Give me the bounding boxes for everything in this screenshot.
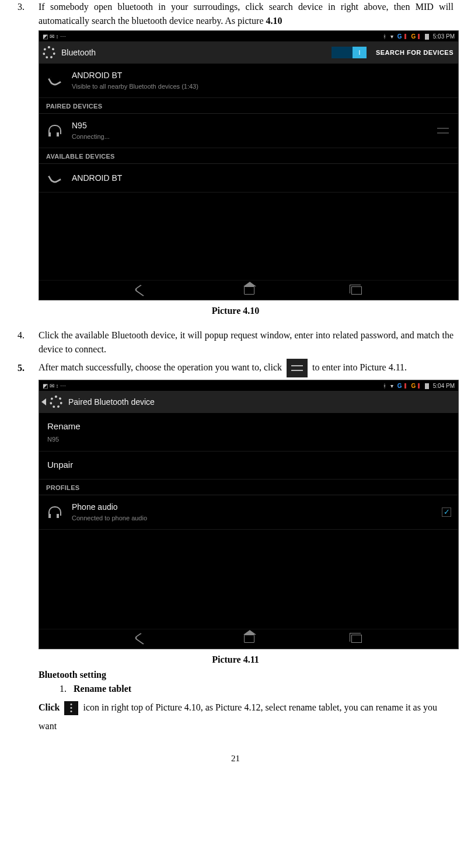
signal-g1-icon: G [397, 33, 402, 40]
actionbar-title: Paired Bluetooth device [68, 396, 155, 408]
rename-label: Rename [47, 421, 81, 431]
profiles-header: PROFILES [39, 480, 458, 496]
available-device-texts: ANDROID BT [72, 172, 451, 184]
signal-g2-icon: G [411, 33, 416, 40]
profile-name: Phone audio [72, 501, 442, 513]
caption-4-11: Picture 4.11 [18, 653, 453, 667]
page-number: 21 [18, 752, 453, 765]
item3-text: If somebody open bluetooth in your surro… [39, 0, 453, 28]
settings-icon[interactable] [43, 46, 55, 59]
status-time: 5:03 PM [433, 33, 455, 40]
profile-row[interactable]: Phone audio Connected to phone audio ✓ [39, 495, 458, 530]
rename-sub: N95 [47, 435, 450, 444]
item3-number: 3. [18, 0, 39, 28]
item5-number: 5. [18, 361, 39, 375]
search-devices-button[interactable]: SEARCH FOR DEVICES [376, 48, 453, 58]
list-item-4: 4. Click the available Bluetooth device,… [18, 328, 453, 356]
unpair-row[interactable]: Unpair [39, 452, 458, 480]
back-icon[interactable] [41, 398, 46, 405]
nav-bar [39, 280, 458, 300]
headset-icon [46, 504, 62, 520]
screenshot-4-10: ◩ ✉ ↕ ⋯ ᚼ ▾ G G 5:03 PM Bluetooth I SEAR… [39, 30, 459, 300]
phone-icon [46, 170, 62, 186]
profile-texts: Phone audio Connected to phone audio [72, 501, 442, 523]
signal-bar2-icon [418, 383, 420, 388]
signal-bar1-icon [404, 34, 406, 39]
paired-device-row[interactable]: N95 Connecting... [39, 114, 458, 148]
nav-home-icon[interactable] [244, 286, 254, 295]
available-device-row[interactable]: ANDROID BT [39, 164, 458, 192]
wifi-icon: ▾ [390, 33, 393, 40]
nav-recent-icon[interactable] [351, 286, 362, 295]
nav-back-icon[interactable] [133, 284, 150, 296]
item3-ref: 4.10 [266, 16, 282, 26]
paired-device-name: N95 [72, 120, 435, 132]
action-bar: Bluetooth I SEARCH FOR DEVICES [39, 41, 458, 64]
status-left: ◩ ✉ ↕ ⋯ [43, 382, 66, 390]
bluetooth-setting-header: Bluetooth setting [39, 668, 453, 682]
signal-g1-icon: G [397, 383, 402, 389]
rename-para-a: Click [39, 702, 62, 712]
paired-device-sub: Connecting... [72, 132, 435, 142]
item4-number: 4. [18, 328, 39, 356]
sliders-icon [287, 359, 308, 377]
rename-item-label: Rename tablet [74, 682, 453, 696]
status-right: ᚼ ▾ G G 5:03 PM [381, 32, 455, 41]
phone-icon [46, 72, 62, 89]
device-settings-icon[interactable] [435, 123, 451, 139]
signal-g2-icon: G [411, 383, 416, 389]
battery-icon [425, 34, 429, 40]
nav-recent-icon[interactable] [351, 635, 362, 643]
signal-bar2-icon [418, 34, 420, 39]
bluetooth-icon: ᚼ [383, 383, 386, 389]
rename-item-number: 1. [60, 682, 74, 696]
screenshot-empty-area [39, 192, 458, 280]
my-device-name: ANDROID BT [72, 69, 451, 82]
rename-tablet-item: 1. Rename tablet [60, 682, 453, 696]
headset-icon [46, 123, 62, 139]
status-bar: ◩ ✉ ↕ ⋯ ᚼ ▾ G G 5:03 PM [39, 31, 458, 41]
item5-text: After match successfully, choose the ope… [39, 359, 453, 377]
screenshot-4-11: ◩ ✉ ↕ ⋯ ᚼ ▾ G G 5:04 PM Paired Bluetooth… [39, 380, 459, 649]
caption-4-10: Picture 4.10 [18, 304, 453, 318]
my-device-row[interactable]: ANDROID BT Visible to all nearby Bluetoo… [39, 64, 458, 98]
battery-icon [425, 383, 429, 389]
status-left: ◩ ✉ ↕ ⋯ [43, 32, 66, 41]
profile-sub: Connected to phone audio [72, 513, 442, 523]
nav-bar [39, 629, 458, 649]
wifi-icon: ▾ [390, 383, 393, 389]
rename-paragraph: Click icon in right top of Picture 4.10,… [39, 698, 453, 736]
action-bar: Paired Bluetooth device [39, 391, 458, 413]
item5-text-b: to enter into Picture 4.11. [312, 362, 407, 372]
list-item-3: 3. If somebody open bluetooth in your su… [18, 0, 453, 28]
available-devices-header: AVAILABLE DEVICES [39, 148, 458, 164]
bluetooth-icon: ᚼ [383, 33, 386, 40]
paired-devices-header: PAIRED DEVICES [39, 98, 458, 114]
toggle-knob: I [353, 47, 367, 58]
my-device-texts: ANDROID BT Visible to all nearby Bluetoo… [72, 69, 451, 92]
settings-icon[interactable] [50, 396, 62, 408]
item5-text-a: After match successfully, choose the ope… [39, 362, 284, 372]
rename-para-b: icon in right top of Picture 4.10, as Pi… [39, 702, 437, 731]
item3-body: If somebody open bluetooth in your surro… [39, 2, 453, 26]
item4-text: Click the available Bluetooth device, it… [39, 328, 453, 356]
nav-back-icon[interactable] [133, 633, 150, 645]
status-time: 5:04 PM [433, 383, 455, 389]
actionbar-title: Bluetooth [61, 47, 96, 59]
status-bar: ◩ ✉ ↕ ⋯ ᚼ ▾ G G 5:04 PM [39, 380, 458, 391]
list-item-5: 5. After match successfully, choose the … [18, 359, 453, 377]
rename-row[interactable]: Rename N95 [39, 413, 458, 452]
status-right: ᚼ ▾ G G 5:04 PM [381, 382, 455, 390]
bluetooth-toggle[interactable]: I [332, 47, 367, 58]
my-device-sub: Visible to all nearby Bluetooth devices … [72, 82, 451, 92]
signal-bar1-icon [404, 383, 406, 388]
screenshot-empty-area [39, 530, 458, 629]
nav-home-icon[interactable] [244, 635, 254, 643]
available-device-name: ANDROID BT [72, 172, 451, 184]
paired-device-texts: N95 Connecting... [72, 120, 435, 142]
profile-checkbox[interactable]: ✓ [442, 508, 451, 517]
overflow-menu-icon [64, 701, 78, 715]
